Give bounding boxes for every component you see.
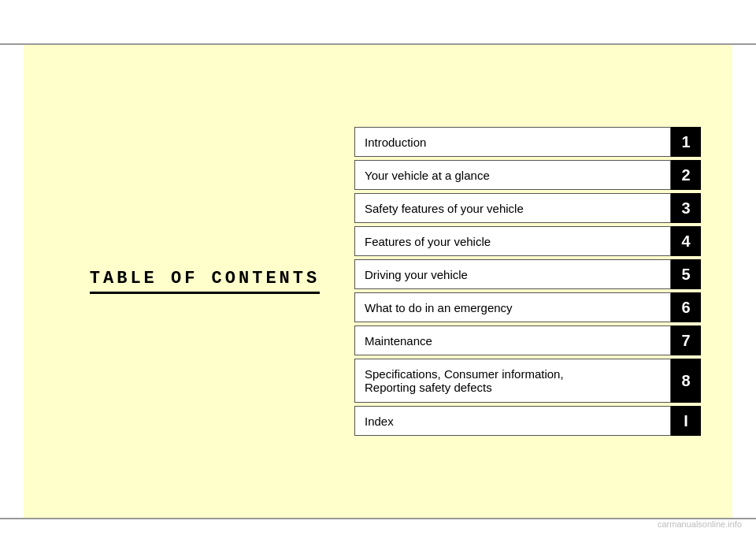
toc-title: TABLE OF CONTENTS <box>90 269 320 294</box>
toc-row-maintenance[interactable]: Maintenance7 <box>354 325 701 355</box>
toc-list: Introduction1Your vehicle at a glance2Sa… <box>354 127 701 436</box>
toc-number-specs: 8 <box>671 359 701 403</box>
toc-number-maintenance: 7 <box>671 325 701 355</box>
toc-row-specs[interactable]: Specifications, Consumer information,Rep… <box>354 359 701 403</box>
main-content: TABLE OF CONTENTS Introduction1Your vehi… <box>24 45 732 518</box>
toc-label-safety: Safety features of your vehicle <box>354 193 671 223</box>
toc-number-emergency: 6 <box>671 292 701 322</box>
toc-number-index: I <box>671 406 701 436</box>
toc-label-glance: Your vehicle at a glance <box>354 160 671 190</box>
toc-label-driving: Driving your vehicle <box>354 259 671 289</box>
toc-row-emergency[interactable]: What to do in an emergency6 <box>354 292 701 322</box>
toc-label-intro: Introduction <box>354 127 671 157</box>
toc-row-glance[interactable]: Your vehicle at a glance2 <box>354 160 701 190</box>
toc-row-intro[interactable]: Introduction1 <box>354 127 701 157</box>
toc-number-glance: 2 <box>671 160 701 190</box>
toc-label-specs: Specifications, Consumer information,Rep… <box>354 359 671 403</box>
toc-number-features: 4 <box>671 226 701 256</box>
left-section: TABLE OF CONTENTS <box>55 269 354 294</box>
toc-number-safety: 3 <box>671 193 701 223</box>
toc-label-emergency: What to do in an emergency <box>354 292 671 322</box>
toc-label-index: Index <box>354 406 671 436</box>
toc-number-intro: 1 <box>671 127 701 157</box>
toc-row-index[interactable]: IndexI <box>354 406 701 436</box>
toc-label-features: Features of your vehicle <box>354 226 671 256</box>
toc-row-features[interactable]: Features of your vehicle4 <box>354 226 701 256</box>
toc-label-maintenance: Maintenance <box>354 325 671 355</box>
toc-number-driving: 5 <box>671 259 701 289</box>
toc-row-driving[interactable]: Driving your vehicle5 <box>354 259 701 289</box>
watermark: carmanualsonline.info <box>658 519 742 529</box>
toc-row-safety[interactable]: Safety features of your vehicle3 <box>354 193 701 223</box>
bottom-rule <box>0 518 756 519</box>
